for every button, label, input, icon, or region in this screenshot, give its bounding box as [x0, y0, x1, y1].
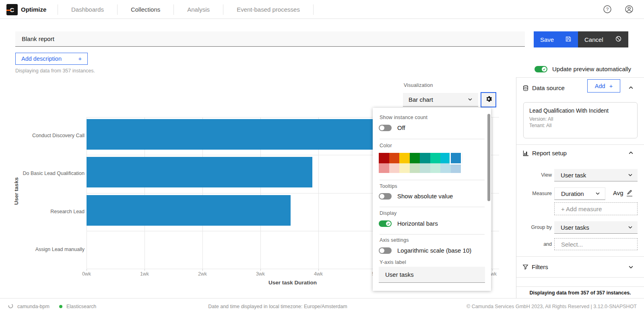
add-measure-button[interactable]: + Add measure [554, 202, 638, 215]
color-swatch[interactable] [440, 153, 451, 163]
chart-bar-research-lead[interactable] [87, 195, 291, 226]
data-source-header[interactable]: Data source [516, 80, 644, 96]
color-swatch[interactable] [410, 153, 420, 163]
x-axis-tick-label: 1wk [140, 271, 149, 277]
y-axis-category-label: Assign Lead manually [0, 247, 85, 252]
popover-scrollbar[interactable] [487, 114, 490, 201]
cancel-button-label: Cancel [584, 36, 603, 43]
select-placeholder: Select... [561, 241, 583, 248]
color-swatch[interactable] [410, 163, 420, 173]
auto-preview-control: Update preview automatically [535, 66, 631, 72]
absolute-value-toggle[interactable] [379, 193, 392, 200]
add-data-source-button[interactable]: Add + [587, 79, 620, 93]
color-swatch[interactable] [430, 163, 441, 173]
footer: camunda-bpm Elasticsearch Date and time … [0, 298, 644, 319]
color-swatch[interactable] [440, 163, 451, 173]
divider [516, 286, 644, 287]
axis-settings-row: Logarithmic scale (base 10) [379, 247, 471, 254]
chevron-down-icon[interactable] [628, 264, 634, 270]
color-swatch-selected[interactable] [451, 153, 461, 163]
absolute-value-toggle-label: Show absolute value [397, 193, 453, 200]
group-by-dropdown[interactable]: User tasks [554, 221, 638, 234]
color-swatch[interactable] [389, 153, 400, 163]
add-label: Add [595, 83, 605, 89]
report-title-input[interactable] [15, 31, 525, 47]
chart-settings-button[interactable] [481, 92, 496, 107]
nav-tab-dashboards[interactable]: Dashboards [58, 6, 117, 13]
x-axis-tick-label: 2wk [198, 271, 207, 277]
y-axis-title: User tasks [13, 177, 19, 205]
color-swatch[interactable] [389, 163, 400, 173]
color-swatch[interactable] [379, 153, 389, 163]
engine-name[interactable]: camunda-bpm [17, 304, 50, 309]
bar-chart-icon [522, 150, 529, 156]
chevron-down-icon [628, 172, 633, 179]
and-group-by-select[interactable]: Select... [554, 238, 638, 250]
y-axis-label-input[interactable] [379, 267, 485, 283]
view-dropdown[interactable]: User task [554, 169, 638, 181]
auto-preview-toggle[interactable] [535, 66, 547, 72]
chevron-up-icon[interactable] [628, 85, 634, 91]
color-swatch[interactable] [399, 153, 410, 163]
edit-pencil-icon[interactable] [627, 189, 632, 196]
horizontal-bars-toggle[interactable] [379, 220, 392, 227]
measure-dropdown[interactable]: Duration [554, 187, 605, 200]
and-label: and [516, 241, 552, 247]
data-source-card[interactable]: Lead Qualification With Incident Version… [523, 102, 638, 138]
toggle-knob [542, 67, 547, 72]
color-swatch[interactable] [420, 153, 430, 163]
data-source-title: Data source [532, 84, 565, 91]
nav-tab-event-based-processes[interactable]: Event-based processes [223, 6, 313, 13]
color-swatch-row [379, 163, 461, 173]
y-axis-category-label: Research Lead [0, 209, 85, 214]
nav-divider [313, 4, 314, 15]
nav-tab-analysis[interactable]: Analysis [174, 6, 223, 13]
aggregation-value[interactable]: Avg [613, 189, 623, 196]
y-axis-label-label: Y-axis label [380, 259, 406, 265]
color-swatch[interactable] [379, 163, 389, 173]
divider [380, 234, 485, 235]
cancel-prohibit-icon [615, 35, 622, 43]
camunda-engine-icon [8, 303, 13, 310]
visualization-label: Visualization [404, 82, 433, 88]
report-setup-header[interactable]: Report setup [516, 145, 644, 161]
y-axis-category-label: Do Basic Lead Qualification [0, 171, 85, 176]
save-button[interactable]: Save [534, 31, 578, 47]
user-profile-icon[interactable] [625, 5, 634, 14]
camunda-logo[interactable]: C [6, 4, 18, 15]
x-axis-tick-label: 4wk [314, 271, 323, 277]
plus-icon: + [609, 83, 613, 89]
color-swatch[interactable] [451, 163, 461, 173]
top-navigation: C Optimize DashboardsCollectionsAnalysis… [0, 0, 644, 19]
color-swatch[interactable] [430, 153, 441, 163]
y-axis-category-label: Conduct Discovery Call [0, 133, 85, 138]
plus-icon: + [78, 56, 82, 62]
add-description-button[interactable]: Add description + [15, 53, 88, 65]
logarithmic-scale-toggle[interactable] [379, 247, 392, 254]
chevron-down-icon [595, 190, 600, 197]
color-swatch[interactable] [420, 163, 430, 173]
x-axis-title: User task Duration [268, 280, 317, 286]
aggregation-control: Avg [613, 189, 632, 196]
help-icon[interactable]: ? [603, 5, 612, 14]
elasticsearch-name[interactable]: Elasticsearch [66, 304, 96, 309]
add-description-label: Add description [21, 56, 62, 62]
instance-count-toggle[interactable] [379, 125, 392, 131]
chart-bar-conduct-discovery-call[interactable] [87, 119, 388, 150]
optimize-report-builder: C Optimize DashboardsCollectionsAnalysis… [0, 0, 644, 319]
horizontal-bars-toggle-label: Horizontal bars [397, 220, 438, 227]
view-label: View [516, 172, 552, 178]
visualization-selected: Bar chart [409, 96, 433, 103]
nav-icons: ? [603, 5, 634, 14]
color-swatch[interactable] [399, 163, 410, 173]
chevron-up-icon[interactable] [628, 150, 634, 156]
nav-tab-collections[interactable]: Collections [118, 6, 173, 13]
visualization-dropdown[interactable]: Bar chart [403, 93, 478, 107]
chart-bar-do-basic-lead-qualification[interactable] [87, 157, 312, 187]
gear-icon [485, 95, 492, 104]
footer-connections: camunda-bpm Elasticsearch [8, 303, 96, 310]
filter-funnel-icon [522, 264, 528, 270]
filters-header[interactable]: Filters [516, 257, 644, 277]
database-icon [522, 85, 529, 91]
cancel-button[interactable]: Cancel [578, 31, 628, 47]
